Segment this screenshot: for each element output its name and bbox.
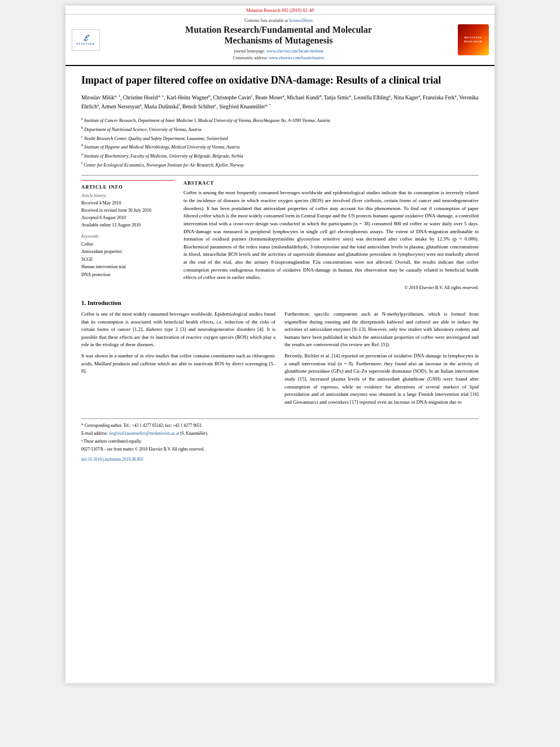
affiliation-f: f Center for Ecological Economics, Norwe… (81, 160, 479, 169)
footnote-email: E-mail address: siegfried.knasmuelle​r@m… (81, 430, 479, 437)
abstract-column: ABSTRACT Coffee is among the most freque… (183, 180, 479, 290)
affiliation-c: c Nestlé Research Center, Quality and Sa… (81, 134, 479, 142)
footnote-copyright: 0027-5107/$ – see front matter © 2010 El… (81, 446, 479, 453)
footnotes-section: * Corresponding author. Tel.: +43 1 4277… (81, 418, 479, 463)
article-info-column: ARTICLE INFO Article history: Received 4… (81, 180, 174, 290)
introduction-body: Coffee is one of the most widely consume… (81, 311, 479, 410)
article-page: Mutation Research 692 (2010) 42–48 𝓔 ELS… (65, 6, 495, 683)
journal-badge: MUTATIONRESEARCH (458, 24, 489, 55)
affiliation-e: e Institute of Biochemistry, Faculty of … (81, 151, 479, 160)
elsevier-name: ELSEVIER (76, 42, 94, 45)
journal-info-center: Contents lists available at ScienceDirec… (106, 18, 452, 62)
community-url[interactable]: www.elsevier.com/locate/mutres (269, 55, 325, 60)
badge-text: MUTATIONRESEARCH (464, 36, 482, 43)
copyright-notice: © 2010 Elsevier B.V. All rights reserved… (183, 285, 479, 290)
doi-line[interactable]: doi:10.1016/j.mrfmmm.2010.08.003 (81, 456, 479, 463)
introduction-right-col: Furthermore, specific components such as… (285, 311, 479, 410)
affiliation-d: d Institute of Hygiene and Medical Micro… (81, 142, 479, 151)
affiliation-b: b Department of Nutritional Science, Uni… (81, 125, 479, 133)
introduction-section: 1. Introduction Coffee is one of the mos… (81, 299, 479, 410)
authors-list: Miroslav Mišíka, 1, Christine Hoelzla, 1… (81, 93, 479, 112)
elsevier-logo-container: 𝓔 ELSEVIER (70, 18, 101, 62)
intro-para-1: Coffee is one of the most widely consume… (81, 311, 275, 349)
article-content: Impact of paper filtered coffee on oxida… (65, 66, 495, 471)
sciencedirect-link[interactable]: ScienceDirect (289, 18, 313, 23)
elsevier-e-symbol: 𝓔 (84, 34, 88, 42)
section-title-introduction: 1. Introduction (81, 299, 479, 306)
contents-available-line: Contents lists available at ScienceDirec… (106, 18, 452, 23)
article-dates: Received 4 May 2010 Received in revised … (81, 200, 174, 229)
keywords-label: Keywords: (81, 234, 174, 239)
footnote-equal-contrib: ¹ These authors contributed equally. (81, 438, 479, 445)
journal-urls: journal homepage: www.elsevier.com/locat… (106, 48, 452, 62)
email-link[interactable]: siegfried.knasmuelle​r@meduniwien.ac.at (109, 431, 180, 436)
footnote-corresponding: * Corresponding author. Tel.: +43 1 4277… (81, 422, 479, 429)
affiliation-a: a Institute of Cancer Research, Departme… (81, 116, 479, 124)
article-title: Impact of paper filtered coffee on oxida… (81, 74, 479, 87)
abstract-header: ABSTRACT (183, 180, 479, 186)
journal-header: 𝓔 ELSEVIER Contents lists available at S… (65, 15, 495, 66)
introduction-left-col: Coffee is one of the most widely consume… (81, 311, 275, 410)
intro-para-2: It was shown in a number of in vitro stu… (81, 352, 275, 375)
abstract-text: Coffee is among the most frequently cons… (183, 189, 479, 282)
article-info-header: ARTICLE INFO (81, 184, 174, 190)
affiliations-list: a Institute of Cancer Research, Departme… (81, 116, 479, 168)
elsevier-logo: 𝓔 ELSEVIER (72, 29, 100, 51)
journal-citation: Mutation Research 692 (2010) 42–48 (65, 6, 495, 15)
intro-para-3: Furthermore, specific components such as… (285, 311, 479, 349)
article-info-abstract-section: ARTICLE INFO Article history: Received 4… (81, 180, 479, 290)
intro-para-4: Recently, Bichler et al. [14] reported o… (285, 352, 479, 406)
section-divider (81, 175, 479, 176)
article-history-label: Article history: (81, 193, 174, 198)
journal-title: Mutation Research/Fundamental and Molecu… (106, 24, 452, 46)
article-info-box: ARTICLE INFO Article history: Received 4… (81, 180, 174, 278)
keywords-list: Coffee Antioxidant properties SCGE Human… (81, 241, 174, 279)
homepage-url[interactable]: www.elsevier.com/locate/molmut (266, 49, 323, 54)
journal-badge-container: MUTATIONRESEARCH (456, 18, 490, 62)
